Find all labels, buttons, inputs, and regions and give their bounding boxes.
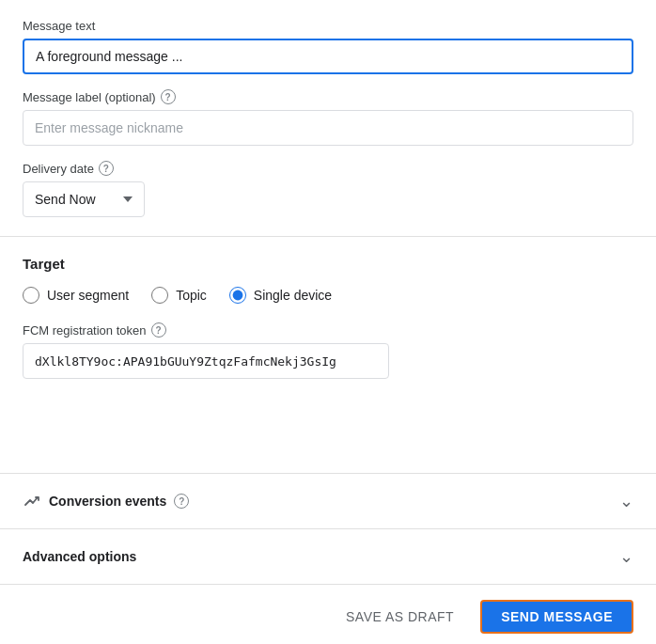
advanced-options-label: Advanced options [23, 549, 136, 564]
fcm-token-group: FCM registration token ? [23, 322, 633, 379]
advanced-options-title: Advanced options [23, 549, 136, 564]
target-section: Target User segment Topic Single device … [0, 237, 656, 474]
delivery-date-label: Delivery date ? [23, 161, 633, 176]
delivery-date-dropdown[interactable]: Send Now [23, 181, 145, 217]
topic-label: Topic [176, 288, 207, 303]
target-section-title: Target [23, 256, 633, 272]
main-container: Message text Message label (optional) ? … [0, 0, 656, 644]
topic-radio[interactable] [151, 287, 168, 304]
advanced-options-section[interactable]: Advanced options ⌄ [0, 529, 656, 585]
conversion-events-help-icon[interactable]: ? [174, 494, 189, 509]
conversion-events-section[interactable]: Conversion events ? ⌄ [0, 474, 656, 529]
footer-bar: SAVE AS DRAFT SEND MESSAGE [0, 585, 656, 644]
message-label-input[interactable] [23, 110, 633, 146]
message-label-help-icon[interactable]: ? [161, 89, 176, 104]
delivery-date-group: Delivery date ? Send Now [23, 161, 633, 217]
topic-option[interactable]: Topic [151, 287, 207, 304]
conversion-events-label: Conversion events [49, 494, 166, 509]
user-segment-radio[interactable] [23, 287, 39, 304]
conversion-events-title: Conversion events ? [23, 492, 189, 510]
single-device-label: Single device [254, 288, 332, 303]
fcm-token-help-icon[interactable]: ? [151, 322, 166, 338]
send-message-button[interactable]: SEND MESSAGE [480, 600, 633, 634]
fcm-token-input[interactable] [23, 343, 389, 379]
message-label-label: Message label (optional) ? [23, 89, 633, 104]
fcm-token-label: FCM registration token ? [23, 322, 633, 338]
conversion-events-expand-icon: ⌄ [619, 491, 633, 511]
user-segment-label: User segment [47, 288, 129, 303]
save-draft-button[interactable]: SAVE AS DRAFT [335, 602, 465, 632]
message-text-group: Message text [23, 19, 633, 74]
single-device-option[interactable]: Single device [229, 287, 332, 304]
form-section: Message text Message label (optional) ? … [0, 0, 656, 237]
conversion-icon [23, 492, 41, 510]
message-text-input[interactable] [23, 39, 633, 74]
single-device-radio[interactable] [229, 287, 246, 304]
delivery-option-text: Send Now [35, 192, 116, 207]
target-empty-space [23, 394, 633, 450]
target-radio-group: User segment Topic Single device [23, 287, 633, 304]
message-label-group: Message label (optional) ? [23, 89, 633, 146]
advanced-options-expand-icon: ⌄ [619, 546, 633, 567]
message-text-label: Message text [23, 19, 633, 33]
chevron-down-icon [123, 196, 133, 202]
user-segment-option[interactable]: User segment [23, 287, 129, 304]
delivery-date-help-icon[interactable]: ? [99, 161, 114, 176]
